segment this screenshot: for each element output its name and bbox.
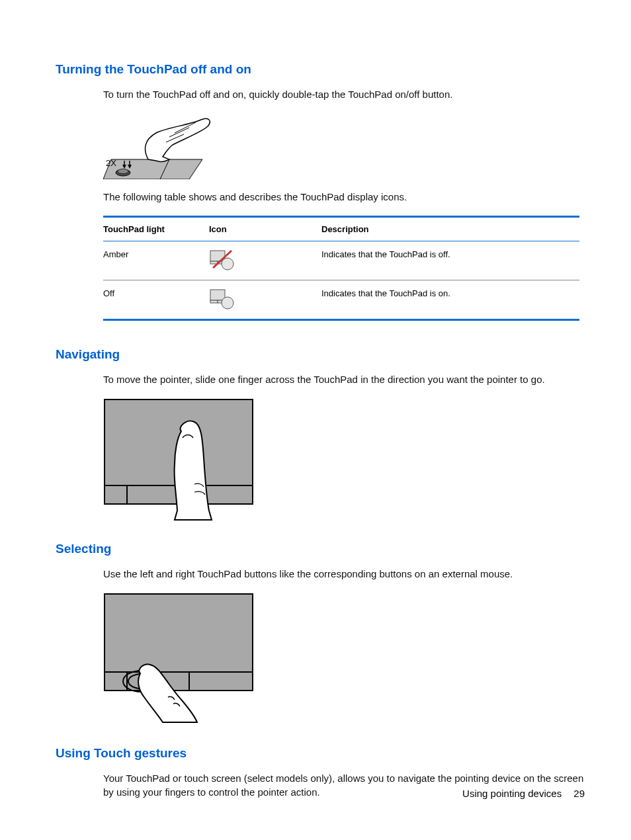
text-navigating-intro: To move the pointer, slide one finger ac… — [103, 372, 585, 386]
cell-light: Off — [103, 280, 209, 320]
text-turning-intro: To turn the TouchPad off and on, quickly… — [103, 87, 585, 101]
svg-rect-13 — [210, 290, 225, 300]
section-selecting: Selecting Use the left and right TouchPa… — [56, 542, 585, 728]
text-selecting-intro: Use the left and right TouchPad buttons … — [103, 567, 585, 581]
footer-page-number: 29 — [573, 788, 585, 799]
svg-point-16 — [222, 297, 233, 309]
touchpad-on-icon — [209, 288, 235, 311]
svg-rect-14 — [210, 300, 218, 303]
cell-light: Amber — [103, 241, 209, 280]
heading-gestures: Using Touch gestures — [56, 746, 585, 761]
svg-point-11 — [222, 258, 233, 270]
page-footer: Using pointing devices 29 — [462, 788, 585, 799]
heading-navigating: Navigating — [56, 347, 585, 362]
heading-selecting: Selecting — [56, 542, 585, 556]
text-table-intro: The following table shows and describes … — [103, 190, 585, 204]
table-header-desc: Description — [321, 217, 579, 241]
diagram-navigating — [103, 398, 585, 523]
cell-icon — [209, 241, 321, 280]
svg-marker-0 — [103, 159, 202, 179]
section-turning-touchpad: Turning the TouchPad off and on To turn … — [56, 62, 585, 321]
heading-turning: Turning the TouchPad off and on — [56, 62, 585, 77]
touchpad-off-icon — [209, 249, 235, 272]
touchpad-icons-table: TouchPad light Icon Description Amber — [103, 216, 585, 321]
table-header-icon: Icon — [209, 217, 321, 241]
footer-section-title: Using pointing devices — [462, 788, 562, 799]
diagram-selecting — [103, 593, 585, 728]
svg-rect-20 — [105, 594, 253, 672]
table-row: Off Indicates that the TouchPad is on. — [103, 280, 579, 320]
svg-point-3 — [118, 169, 128, 174]
table-header-light: TouchPad light — [103, 217, 209, 241]
diagram-double-tap: 2X — [103, 113, 585, 182]
cell-icon — [209, 280, 321, 320]
cell-desc: Indicates that the TouchPad is off. — [321, 241, 579, 280]
cell-desc: Indicates that the TouchPad is on. — [321, 280, 579, 320]
table-row: Amber Indicates that the TouchPad is off… — [103, 241, 579, 280]
diagram-2x-label: 2X — [106, 158, 116, 168]
section-navigating: Navigating To move the pointer, slide on… — [56, 347, 585, 523]
